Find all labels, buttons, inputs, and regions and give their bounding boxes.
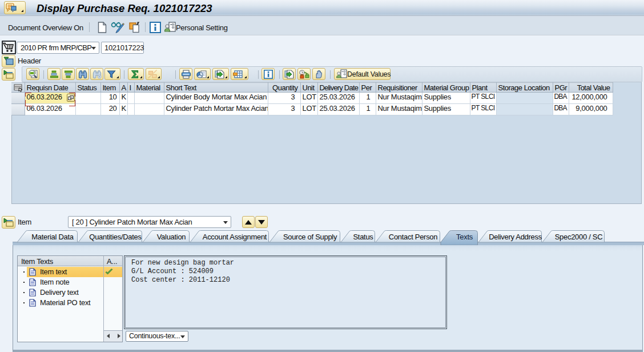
svg-text:Quantities/Dates: Quantities/Dates bbox=[89, 233, 142, 241]
svg-text:Source of Supply: Source of Supply bbox=[283, 233, 337, 241]
svg-text:Texts: Texts bbox=[456, 233, 473, 241]
svg-text:Contact Person: Contact Person bbox=[389, 233, 437, 241]
svg-text:Valuation: Valuation bbox=[157, 233, 186, 241]
svg-text:Spec2000 / SC: Spec2000 / SC bbox=[555, 233, 603, 241]
svg-text:Delivery Address: Delivery Address bbox=[489, 233, 542, 241]
svg-text:Material Data: Material Data bbox=[31, 233, 74, 241]
svg-text:Account Assignment: Account Assignment bbox=[203, 233, 267, 241]
svg-text:Status: Status bbox=[353, 233, 373, 241]
